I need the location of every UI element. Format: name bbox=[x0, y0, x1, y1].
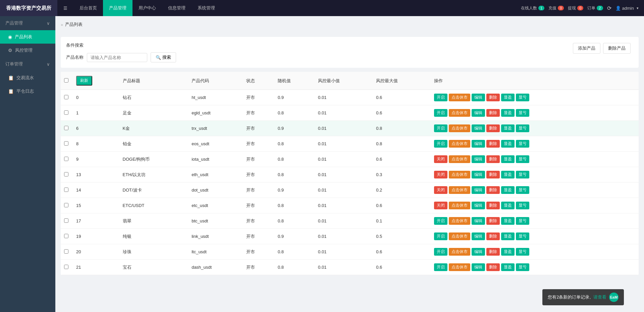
show-loss-button[interactable]: 显亏 bbox=[516, 94, 529, 101]
refresh-button[interactable]: 刷新 bbox=[76, 76, 92, 86]
row-checkbox[interactable] bbox=[64, 110, 68, 115]
remove-button[interactable]: 删除 bbox=[486, 140, 500, 148]
suspend-button[interactable]: 点击休市 bbox=[449, 155, 470, 163]
nav-menu-icon[interactable]: ☰ bbox=[57, 0, 73, 16]
show-loss-button[interactable]: 显亏 bbox=[516, 263, 529, 271]
edit-button[interactable]: 编辑 bbox=[472, 232, 485, 240]
sidebar-group-order[interactable]: 订单管理 ∨ bbox=[0, 57, 55, 71]
show-profit-button[interactable]: 显盈 bbox=[501, 263, 515, 271]
suspend-button[interactable]: 点击休市 bbox=[449, 186, 470, 194]
show-profit-button[interactable]: 显盈 bbox=[501, 109, 515, 117]
show-profit-button[interactable]: 显盈 bbox=[501, 186, 515, 194]
remove-button[interactable]: 删除 bbox=[486, 155, 500, 163]
search-button[interactable]: 🔍 搜索 bbox=[151, 52, 176, 62]
remove-button[interactable]: 删除 bbox=[486, 217, 500, 225]
recharge-badge[interactable]: 充值 0 bbox=[548, 5, 564, 11]
show-profit-button[interactable]: 显盈 bbox=[501, 202, 515, 209]
show-profit-button[interactable]: 显盈 bbox=[501, 232, 515, 240]
show-loss-button[interactable]: 显亏 bbox=[516, 109, 529, 117]
show-loss-button[interactable]: 显亏 bbox=[516, 202, 529, 209]
show-loss-button[interactable]: 显亏 bbox=[516, 171, 529, 178]
status-open-button[interactable]: 开启 bbox=[434, 217, 447, 225]
suspend-button[interactable]: 点击休市 bbox=[449, 232, 470, 240]
row-checkbox[interactable] bbox=[64, 249, 68, 254]
show-loss-button[interactable]: 显亏 bbox=[516, 248, 529, 256]
withdraw-badge[interactable]: 提现 0 bbox=[568, 5, 583, 11]
sidebar-item-close-log[interactable]: 📋 平仓日志 bbox=[0, 85, 55, 98]
select-all-checkbox[interactable] bbox=[64, 78, 68, 83]
show-loss-button[interactable]: 显亏 bbox=[516, 124, 529, 132]
suspend-button[interactable]: 点击休市 bbox=[449, 140, 470, 148]
sidebar-item-risk-control[interactable]: ⚙ 风控管理 bbox=[0, 44, 55, 57]
order-badge[interactable]: 订单 2 bbox=[587, 5, 603, 11]
status-open-button[interactable]: 开启 bbox=[434, 263, 447, 271]
show-profit-button[interactable]: 显盈 bbox=[501, 155, 515, 163]
show-profit-button[interactable]: 显盈 bbox=[501, 94, 515, 101]
show-profit-button[interactable]: 显盈 bbox=[501, 248, 515, 256]
edit-button[interactable]: 编辑 bbox=[472, 248, 485, 256]
suspend-button[interactable]: 点击休市 bbox=[449, 248, 470, 256]
row-checkbox[interactable] bbox=[64, 141, 68, 146]
row-checkbox[interactable] bbox=[64, 218, 68, 223]
row-checkbox[interactable] bbox=[64, 188, 68, 192]
remove-button[interactable]: 删除 bbox=[486, 124, 500, 132]
status-open-button[interactable]: 开启 bbox=[434, 140, 447, 148]
remove-button[interactable]: 删除 bbox=[486, 202, 500, 209]
edit-button[interactable]: 编辑 bbox=[472, 94, 485, 101]
nav-item-home[interactable]: 后台首页 bbox=[73, 0, 103, 16]
sidebar-item-trade-flow[interactable]: 📋 交易流水 bbox=[0, 71, 55, 85]
row-checkbox[interactable] bbox=[64, 203, 68, 207]
suspend-button[interactable]: 点击休市 bbox=[449, 202, 470, 209]
edit-button[interactable]: 编辑 bbox=[472, 217, 485, 225]
edit-button[interactable]: 编辑 bbox=[472, 171, 485, 178]
status-close-button[interactable]: 关闭 bbox=[434, 155, 447, 163]
remove-button[interactable]: 删除 bbox=[486, 94, 500, 101]
suspend-button[interactable]: 点击休市 bbox=[449, 124, 470, 132]
status-close-button[interactable]: 关闭 bbox=[434, 186, 447, 194]
edit-button[interactable]: 编辑 bbox=[472, 140, 485, 148]
sidebar-group-product[interactable]: 产品管理 ∨ bbox=[0, 16, 55, 30]
edit-button[interactable]: 编辑 bbox=[472, 155, 485, 163]
nav-item-user[interactable]: 用户中心 bbox=[132, 0, 162, 16]
row-checkbox[interactable] bbox=[64, 172, 68, 176]
show-loss-button[interactable]: 显亏 bbox=[516, 232, 529, 240]
remove-button[interactable]: 删除 bbox=[486, 186, 500, 194]
row-checkbox[interactable] bbox=[64, 157, 68, 161]
row-checkbox[interactable] bbox=[64, 234, 68, 238]
remove-button[interactable]: 删除 bbox=[486, 263, 500, 271]
show-loss-button[interactable]: 显亏 bbox=[516, 186, 529, 194]
refresh-icon[interactable]: ⟳ bbox=[607, 5, 611, 11]
edit-button[interactable]: 编辑 bbox=[472, 202, 485, 209]
edit-button[interactable]: 编辑 bbox=[472, 263, 485, 271]
nav-item-info[interactable]: 信息管理 bbox=[162, 0, 192, 16]
suspend-button[interactable]: 点击休市 bbox=[449, 94, 470, 101]
status-open-button[interactable]: 开启 bbox=[434, 94, 447, 101]
remove-button[interactable]: 删除 bbox=[486, 248, 500, 256]
row-checkbox[interactable] bbox=[64, 265, 68, 269]
status-open-button[interactable]: 开启 bbox=[434, 124, 447, 132]
edit-button[interactable]: 编辑 bbox=[472, 109, 485, 117]
show-profit-button[interactable]: 显盈 bbox=[501, 171, 515, 178]
remove-button[interactable]: 删除 bbox=[486, 109, 500, 117]
suspend-button[interactable]: 点击休市 bbox=[449, 217, 470, 225]
notification-link[interactable]: 请查看 bbox=[593, 294, 606, 300]
show-profit-button[interactable]: 显盈 bbox=[501, 140, 515, 148]
show-loss-button[interactable]: 显亏 bbox=[516, 155, 529, 163]
edit-button[interactable]: 编辑 bbox=[472, 124, 485, 132]
show-loss-button[interactable]: 显亏 bbox=[516, 217, 529, 225]
row-checkbox[interactable] bbox=[64, 126, 68, 130]
delete-product-button[interactable]: 删除产品 bbox=[603, 43, 631, 54]
show-profit-button[interactable]: 显盈 bbox=[501, 124, 515, 132]
status-open-button[interactable]: 开启 bbox=[434, 109, 447, 117]
search-input[interactable] bbox=[87, 53, 147, 62]
remove-button[interactable]: 删除 bbox=[486, 232, 500, 240]
show-profit-button[interactable]: 显盈 bbox=[501, 217, 515, 225]
status-close-button[interactable]: 关闭 bbox=[434, 171, 447, 178]
nav-item-product[interactable]: 产品管理 bbox=[103, 0, 132, 16]
sidebar-item-product-list[interactable]: ◉ 产品列表 bbox=[0, 30, 55, 44]
suspend-button[interactable]: 点击休市 bbox=[449, 171, 470, 178]
status-open-button[interactable]: 开启 bbox=[434, 248, 447, 256]
status-close-button[interactable]: 关闭 bbox=[434, 202, 447, 209]
nav-item-system[interactable]: 系统管理 bbox=[192, 0, 221, 16]
add-product-button[interactable]: 添加产品 bbox=[573, 43, 600, 54]
